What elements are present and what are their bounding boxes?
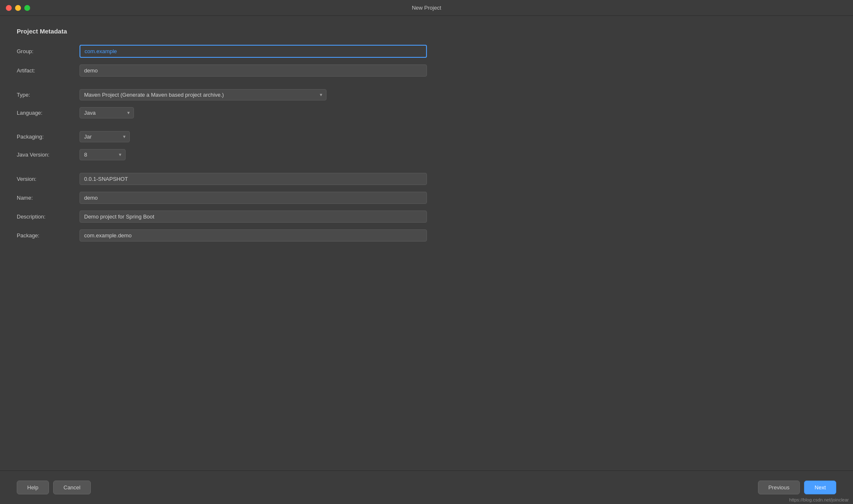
- group-label: Group:: [17, 48, 80, 54]
- name-row: Name:: [17, 192, 836, 204]
- description-row: Description:: [17, 211, 836, 223]
- java-version-select[interactable]: 8 11 17: [80, 149, 126, 160]
- artifact-label: Artifact:: [17, 67, 80, 74]
- section-title: Project Metadata: [17, 28, 836, 35]
- group-input[interactable]: [80, 45, 427, 58]
- packaging-label: Packaging:: [17, 134, 80, 140]
- language-label: Language:: [17, 110, 80, 116]
- package-label: Package:: [17, 232, 80, 239]
- package-input[interactable]: [80, 229, 427, 242]
- language-row: Language: Java Kotlin Groovy ▼: [17, 107, 836, 118]
- group-row: Group:: [17, 45, 836, 58]
- version-input[interactable]: [80, 173, 427, 185]
- maximize-button[interactable]: [24, 5, 30, 11]
- packaging-select[interactable]: Jar War: [80, 131, 130, 142]
- watermark: https://blog.csdn.net/joinclear: [789, 497, 849, 502]
- name-label: Name:: [17, 195, 80, 201]
- footer-right-buttons: Previous Next: [758, 481, 836, 494]
- java-version-row: Java Version: 8 11 17 ▼: [17, 149, 836, 160]
- close-button[interactable]: [6, 5, 12, 11]
- type-label: Type:: [17, 92, 80, 98]
- minimize-button[interactable]: [15, 5, 21, 11]
- packaging-select-wrapper: Jar War ▼: [80, 131, 130, 142]
- artifact-input[interactable]: [80, 64, 427, 77]
- type-select-wrapper: Maven Project (Generate a Maven based pr…: [80, 89, 326, 100]
- description-label: Description:: [17, 213, 80, 220]
- description-input[interactable]: [80, 211, 427, 223]
- artifact-row: Artifact:: [17, 64, 836, 77]
- java-version-select-wrapper: 8 11 17 ▼: [80, 149, 126, 160]
- type-row: Type: Maven Project (Generate a Maven ba…: [17, 89, 836, 100]
- title-bar: New Project: [0, 0, 853, 16]
- type-select[interactable]: Maven Project (Generate a Maven based pr…: [80, 89, 326, 100]
- packaging-row: Packaging: Jar War ▼: [17, 131, 836, 142]
- window-controls: [6, 5, 30, 11]
- java-version-label: Java Version:: [17, 152, 80, 158]
- previous-button[interactable]: Previous: [758, 481, 800, 494]
- window-title: New Project: [412, 5, 441, 11]
- footer: Help Cancel Previous Next: [0, 471, 853, 504]
- name-input[interactable]: [80, 192, 427, 204]
- footer-left-buttons: Help Cancel: [17, 481, 91, 494]
- help-button[interactable]: Help: [17, 481, 49, 494]
- group-input-wrapper: [80, 45, 427, 58]
- dialog-body: Project Metadata Group: Artifact: Type: …: [0, 16, 853, 242]
- language-select-wrapper: Java Kotlin Groovy ▼: [80, 107, 134, 118]
- version-label: Version:: [17, 176, 80, 182]
- next-button[interactable]: Next: [804, 481, 836, 494]
- language-select[interactable]: Java Kotlin Groovy: [80, 107, 134, 118]
- package-row: Package:: [17, 229, 836, 242]
- version-row: Version:: [17, 173, 836, 185]
- cancel-button[interactable]: Cancel: [53, 481, 91, 494]
